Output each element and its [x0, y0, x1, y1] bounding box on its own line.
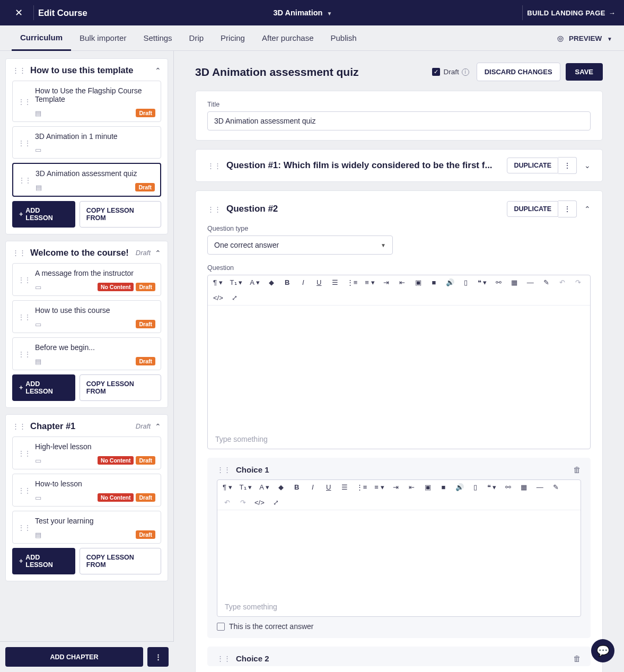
- chevron-up-icon[interactable]: ⌃: [155, 422, 161, 431]
- chevron-up-icon[interactable]: ⌃: [155, 66, 161, 75]
- title-input[interactable]: [207, 111, 591, 130]
- outdent-icon[interactable]: ⇤: [398, 278, 407, 286]
- paragraph-icon[interactable]: ¶ ▾: [223, 483, 232, 491]
- chevron-down-icon[interactable]: ⌄: [584, 161, 591, 170]
- add-lesson-button[interactable]: +ADD LESSON: [12, 374, 75, 401]
- lesson-item[interactable]: ⋮⋮3D Animation in 1 minute▭: [12, 126, 161, 159]
- bold-icon[interactable]: B: [293, 483, 301, 491]
- list-ordered-icon[interactable]: ☰: [340, 483, 349, 491]
- lesson-item[interactable]: ⋮⋮High-level lesson▭No ContentDraft: [12, 437, 161, 469]
- trash-icon[interactable]: 🗑: [573, 465, 581, 474]
- duplicate-button[interactable]: DUPLICATE: [507, 158, 558, 173]
- build-landing-page-button[interactable]: BUILD LANDING PAGE→: [527, 9, 616, 17]
- quote-icon[interactable]: ❝ ▾: [487, 483, 497, 491]
- tab-settings[interactable]: Settings: [135, 25, 180, 51]
- tab-after-purchase[interactable]: After purchase: [253, 25, 322, 51]
- grip-icon[interactable]: ⋮⋮: [19, 177, 31, 184]
- chat-fab[interactable]: 💬: [591, 639, 614, 662]
- discard-button[interactable]: DISCARD CHANGES: [477, 63, 560, 81]
- copy-lesson-button[interactable]: COPY LESSON FROM: [80, 201, 161, 228]
- underline-icon[interactable]: U: [315, 278, 323, 286]
- trash-icon[interactable]: 🗑: [573, 654, 581, 663]
- code-icon[interactable]: </>: [213, 294, 223, 302]
- save-button[interactable]: SAVE: [566, 63, 603, 81]
- clear-icon[interactable]: ✎: [542, 278, 550, 286]
- question-type-select[interactable]: One correct answer ▼: [207, 235, 393, 255]
- clear-icon[interactable]: ✎: [551, 483, 560, 491]
- lesson-item[interactable]: ⋮⋮How-to lesson▭No ContentDraft: [12, 474, 161, 507]
- tab-publish[interactable]: Publish: [322, 25, 365, 51]
- close-icon[interactable]: ✕: [8, 7, 29, 19]
- grip-icon[interactable]: ⋮⋮: [18, 524, 31, 531]
- redo-icon[interactable]: ↷: [239, 499, 247, 507]
- paragraph-icon[interactable]: ¶ ▾: [213, 278, 223, 286]
- tab-curriculum[interactable]: Curriculum: [12, 25, 71, 51]
- grip-icon[interactable]: ⋮⋮: [18, 313, 31, 321]
- lesson-item[interactable]: ⋮⋮How to Use the Flagship Course Templat…: [12, 81, 161, 122]
- lesson-item[interactable]: ⋮⋮How to use this course▭Draft: [12, 300, 161, 333]
- heading-icon[interactable]: T₁ ▾: [240, 483, 252, 491]
- fullscreen-icon[interactable]: ⤢: [231, 294, 239, 302]
- underline-icon[interactable]: U: [324, 483, 333, 491]
- audio-icon[interactable]: 🔊: [446, 278, 454, 286]
- preview-button[interactable]: ◎ PREVIEW ▼: [557, 34, 612, 42]
- outdent-icon[interactable]: ⇤: [408, 483, 416, 491]
- question-menu-button[interactable]: ⋮: [558, 200, 577, 217]
- tab-bulk-importer[interactable]: Bulk importer: [71, 25, 135, 51]
- lesson-item[interactable]: ⋮⋮3D Animation assessment quiz▤Draft: [12, 163, 161, 197]
- undo-icon[interactable]: ↶: [558, 278, 566, 286]
- list-bullet-icon[interactable]: ⋮≡: [347, 278, 358, 286]
- grip-icon[interactable]: ⋮⋮: [12, 66, 26, 74]
- chevron-up-icon[interactable]: ⌃: [155, 249, 161, 257]
- highlight-icon[interactable]: ◆: [277, 483, 285, 491]
- add-chapter-menu-button[interactable]: ⋮: [147, 647, 169, 667]
- copy-lesson-button[interactable]: COPY LESSON FROM: [80, 374, 161, 401]
- grip-icon[interactable]: ⋮⋮: [18, 487, 31, 494]
- copy-lesson-button[interactable]: COPY LESSON FROM: [80, 548, 161, 574]
- grip-icon[interactable]: ⋮⋮: [18, 139, 31, 147]
- grip-icon[interactable]: ⋮⋮: [217, 466, 231, 474]
- bold-icon[interactable]: B: [283, 278, 292, 286]
- align-icon[interactable]: ≡ ▾: [365, 278, 374, 286]
- list-bullet-icon[interactable]: ⋮≡: [356, 483, 367, 491]
- italic-icon[interactable]: I: [309, 483, 317, 491]
- heading-icon[interactable]: T₁ ▾: [230, 278, 243, 286]
- quote-icon[interactable]: ❝ ▾: [478, 278, 487, 286]
- grip-icon[interactable]: ⋮⋮: [217, 654, 231, 662]
- add-lesson-button[interactable]: +ADD LESSON: [12, 548, 75, 574]
- audio-icon[interactable]: 🔊: [455, 483, 464, 491]
- indent-icon[interactable]: ⇥: [382, 278, 391, 286]
- italic-icon[interactable]: I: [299, 278, 307, 286]
- fullscreen-icon[interactable]: ⤢: [272, 499, 280, 507]
- redo-icon[interactable]: ↷: [574, 278, 582, 286]
- course-selector[interactable]: 3D Animation ▼: [87, 8, 518, 17]
- color-icon[interactable]: A ▾: [259, 483, 269, 491]
- tab-drip[interactable]: Drip: [181, 25, 213, 51]
- file-icon[interactable]: ▯: [471, 483, 480, 491]
- hr-icon[interactable]: —: [535, 483, 544, 491]
- chevron-up-icon[interactable]: ⌃: [584, 205, 591, 213]
- highlight-icon[interactable]: ◆: [267, 278, 276, 286]
- lesson-item[interactable]: ⋮⋮Before we begin...▤Draft: [12, 337, 161, 370]
- add-chapter-button[interactable]: ADD CHAPTER: [5, 647, 143, 667]
- duplicate-button[interactable]: DUPLICATE: [507, 201, 558, 217]
- info-icon[interactable]: i: [462, 68, 469, 76]
- image-icon[interactable]: ▣: [424, 483, 432, 491]
- grip-icon[interactable]: ⋮⋮: [12, 249, 26, 257]
- grip-icon[interactable]: ⋮⋮: [207, 162, 221, 170]
- grip-icon[interactable]: ⋮⋮: [207, 205, 221, 213]
- color-icon[interactable]: A ▾: [250, 278, 260, 286]
- link-icon[interactable]: ⚯: [504, 483, 512, 491]
- table-icon[interactable]: ▦: [510, 278, 518, 286]
- video-icon[interactable]: ■: [430, 278, 438, 286]
- link-icon[interactable]: ⚯: [494, 278, 503, 286]
- table-icon[interactable]: ▦: [520, 483, 528, 491]
- lesson-item[interactable]: ⋮⋮Test your learning▤Draft: [12, 511, 161, 544]
- list-ordered-icon[interactable]: ☰: [331, 278, 339, 286]
- video-icon[interactable]: ■: [440, 483, 448, 491]
- correct-answer-checkbox[interactable]: This is the correct answer: [217, 622, 581, 631]
- grip-icon[interactable]: ⋮⋮: [12, 422, 26, 430]
- align-icon[interactable]: ≡ ▾: [374, 483, 384, 491]
- undo-icon[interactable]: ↶: [223, 499, 231, 507]
- editor-textarea[interactable]: Type something: [208, 306, 590, 449]
